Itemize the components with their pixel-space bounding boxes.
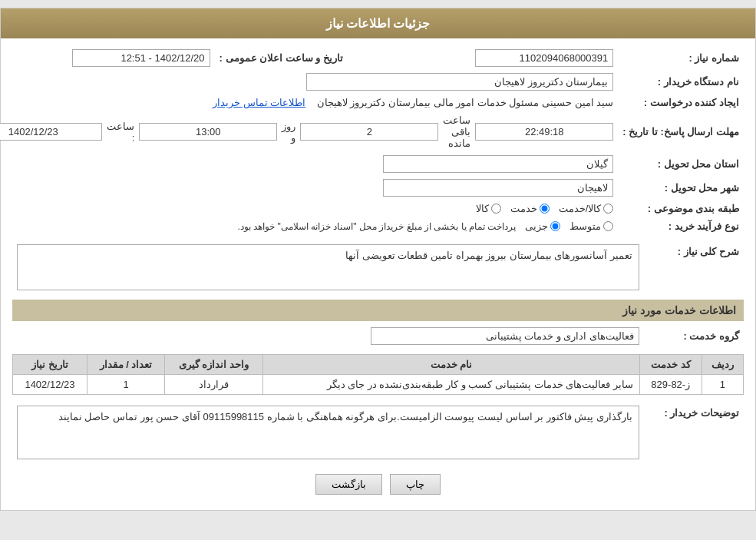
cell-nam: سایر فعالیت‌های خدمات پشتیبانی کسب و کار…	[262, 375, 639, 395]
tabaghe-kala-label: کالا	[476, 203, 489, 214]
nam-dastgah-label: نام دستگاه خریدار :	[618, 70, 744, 94]
shahr-label: شهر محل تحویل :	[618, 176, 744, 200]
ostan-input: گیلان	[383, 155, 613, 173]
cell-radif: 1	[702, 375, 743, 395]
tabaghe-kala-khidmat[interactable]: کالا/خدمت	[559, 203, 614, 214]
nooe-radio-jozii[interactable]	[550, 221, 560, 231]
mohlat-row: 22:49:18 ساعت باقی مانده 2 روز و 13:00 س…	[0, 111, 618, 152]
tozihat-label-text: توضیحات خریدار :	[664, 407, 739, 419]
nooe-row: متوسط جزیی پرداخت تمام یا بخشی از مبلغ خ…	[0, 220, 613, 232]
col-tarikh: تاریخ نیاز	[13, 355, 87, 375]
mohlat-baqi-input: 22:49:18	[475, 123, 613, 141]
col-kod: کد خدمت	[639, 355, 702, 375]
mohlat-baqi-label: ساعت باقی مانده	[443, 114, 470, 149]
tarikh-label: تاریخ و ساعت اعلان عمومی :	[215, 46, 348, 70]
khadamat-header: اطلاعات خدمات مورد نیاز	[12, 300, 744, 321]
back-button[interactable]: بازگشت	[315, 474, 382, 495]
col-tedad: تعداد / مقدار	[87, 355, 164, 375]
tarikh-input: 1402/12/20 - 12:51	[72, 49, 210, 67]
page-header: جزئیات اطلاعات نیاز	[1, 8, 755, 38]
col-radif: ردیف	[702, 355, 743, 375]
tozihat-value-cell: بارگذاری پیش فاکتور بر اساس لیست پیوست ا…	[12, 403, 644, 462]
nooe-jozii-label: جزیی	[525, 220, 548, 232]
cell-tedad: 1	[87, 375, 164, 395]
nooe-motavasset-label: متوسط	[569, 220, 601, 232]
tabaghe-label: طبقه بندی موضوعی :	[618, 200, 744, 217]
nooe-note: پرداخت تمام یا بخشی از مبلغ خریداز محل "…	[237, 221, 516, 232]
gorooh-label: گروه خدمت :	[644, 324, 744, 348]
table-row: 1 ز-82-829 سایر فعالیت‌های خدمات پشتیبان…	[13, 375, 744, 395]
tozihat-table: توضیحات خریدار : بارگذاری پیش فاکتور بر …	[12, 403, 744, 462]
tabaghe-options: کالا/خدمت خدمت کالا	[0, 200, 618, 217]
tozihat-label: توضیحات خریدار :	[644, 403, 744, 462]
ostan-value: گیلان	[0, 152, 618, 176]
tabaghe-radio-group: کالا/خدمت خدمت کالا	[0, 203, 613, 214]
info-table-1: شماره نیاز : 1102094068000391 تاریخ و سا…	[0, 46, 744, 235]
nooe-options: متوسط جزیی پرداخت تمام یا بخشی از مبلغ خ…	[0, 217, 618, 235]
gorooh-value-cell: فعالیت‌های اداری و خدمات پشتیبانی	[12, 324, 644, 348]
tabaghe-khidmat[interactable]: خدمت	[510, 203, 550, 214]
ijad-text: سید امین حسینی مسئول خدمات امور مالی بیم…	[317, 97, 614, 108]
cell-tarikh: 1402/12/23	[13, 375, 87, 395]
sharh-value-cell: تعمیر آسانسورهای بیمارستان بیروز بهمراه …	[12, 241, 644, 293]
nooe-radio-group: متوسط جزیی	[525, 220, 613, 232]
tozihat-box: بارگذاری پیش فاکتور بر اساس لیست پیوست ا…	[17, 406, 639, 459]
main-content: شماره نیاز : 1102094068000391 تاریخ و سا…	[1, 38, 755, 510]
cell-vahed: قرارداد	[165, 375, 263, 395]
mohlat-label: مهلت ارسال پاسخ: تا تاریخ :	[618, 111, 744, 152]
tabaghe-radio-kala-khidmat[interactable]	[603, 204, 613, 214]
col-nam: نام خدمت	[262, 355, 639, 375]
ijad-link[interactable]: اطلاعات تماس خریدار	[213, 97, 305, 108]
mohlat-saat-label: ساعت :	[107, 121, 134, 144]
header-title: جزئیات اطلاعات نیاز	[326, 17, 431, 30]
nam-dastgah-input: بیمارستان دکتریروز لاهیجان	[306, 73, 613, 91]
nam-dastgah-value: بیمارستان دکتریروز لاهیجان	[0, 70, 618, 94]
nooe-radio-motavasset[interactable]	[603, 221, 613, 231]
sharh-table: شرح کلی نیاز : تعمیر آسانسورهای بیمارستا…	[12, 241, 744, 293]
shahr-input: لاهیجان	[383, 179, 613, 197]
nooe-label: نوع فرآیند خرید :	[618, 217, 744, 235]
mohlat-roz-input: 2	[300, 123, 438, 141]
page-wrapper: جزئیات اطلاعات نیاز شماره نیاز : 1102094…	[0, 8, 756, 511]
tabaghe-khidmat-label: خدمت	[510, 203, 537, 214]
mohlat-roz-label: روز و	[282, 121, 295, 144]
ijad-label: ایجاد کننده درخواست :	[618, 94, 744, 111]
tabaghe-radio-khidmat[interactable]	[540, 204, 550, 214]
gorooh-input: فعالیت‌های اداری و خدمات پشتیبانی	[371, 327, 639, 345]
button-row: چاپ بازگشت	[12, 474, 744, 495]
nooe-jozii[interactable]: جزیی	[525, 220, 560, 232]
tabaghe-kala-khidmat-label: کالا/خدمت	[559, 203, 602, 214]
shomara-value: 1102094068000391	[363, 46, 618, 70]
tabaghe-radio-kala[interactable]	[491, 204, 501, 214]
ostan-label: استان محل تحویل :	[618, 152, 744, 176]
gorooh-table: گروه خدمت : فعالیت‌های اداری و خدمات پشت…	[12, 324, 744, 348]
sharh-label: شرح کلی نیاز :	[644, 241, 744, 293]
mohlat-date-input: 1402/12/23	[0, 123, 102, 141]
print-button[interactable]: چاپ	[390, 474, 441, 495]
ijad-value: سید امین حسینی مسئول خدمات امور مالی بیم…	[0, 94, 618, 111]
tarikh-value: 1402/12/20 - 12:51	[0, 46, 215, 70]
tabaghe-kala[interactable]: کالا	[476, 203, 501, 214]
nooe-motavasset[interactable]: متوسط	[569, 220, 613, 232]
shahr-value: لاهیجان	[0, 176, 618, 200]
service-table: ردیف کد خدمت نام خدمت واحد اندازه گیری ت…	[12, 354, 744, 395]
shomara-label: شماره نیاز :	[618, 46, 744, 70]
mohlat-saat-input: 13:00	[139, 123, 277, 141]
col-vahed: واحد اندازه گیری	[165, 355, 263, 375]
cell-kod: ز-82-829	[639, 375, 702, 395]
sharh-box: تعمیر آسانسورهای بیمارستان بیروز بهمراه …	[17, 244, 639, 290]
sharh-label-text: شرح کلی نیاز :	[678, 246, 739, 257]
shomara-input: 1102094068000391	[475, 49, 613, 67]
